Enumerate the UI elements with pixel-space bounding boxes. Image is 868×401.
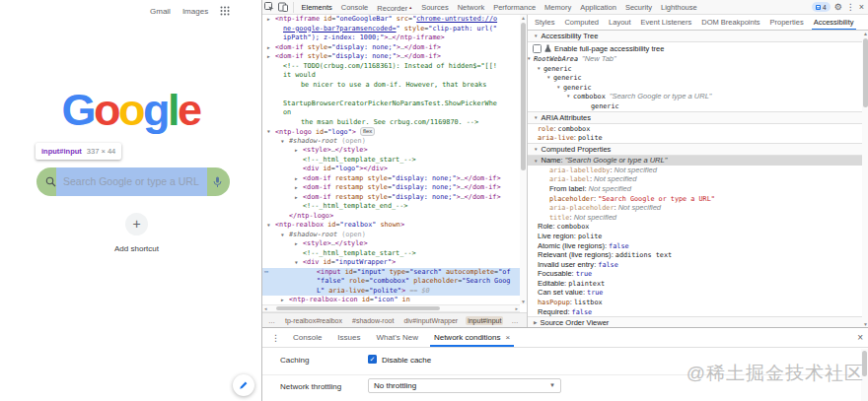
tab-elements[interactable]: Elements	[297, 0, 336, 14]
section-computed-properties[interactable]: ▼Computed Properties	[528, 143, 868, 156]
inspect-element-icon[interactable]	[262, 1, 276, 14]
expand-arrow-icon[interactable]: ▶	[267, 52, 270, 62]
code-line[interactable]: it would	[262, 71, 527, 81]
settings-gear-icon[interactable]: ⚙	[834, 2, 842, 12]
code-line[interactable]: ▼#shadow-root (open)	[262, 231, 527, 240]
enable-fullpage-a11y-checkbox[interactable]	[533, 44, 542, 53]
tab-console[interactable]: Console	[336, 0, 373, 14]
drawer-tab-issues[interactable]: Issues	[329, 328, 368, 347]
tab-memory[interactable]: Memory	[541, 0, 576, 14]
collapse-arrow-icon[interactable]: ▼	[566, 92, 570, 101]
code-line[interactable]: ne-google-bar?paramsencoded=" style="cli…	[262, 25, 527, 34]
more-options-icon[interactable]: ⋮	[846, 2, 855, 12]
code-line[interactable]: "false" role="combobox" placeholder="Sea…	[262, 277, 527, 287]
sidebar-tab-properties[interactable]: Properties	[764, 16, 808, 30]
breadcrumb-item[interactable]: div#inputWrapper	[401, 316, 460, 325]
a11y-tree-node[interactable]: ▼generic	[528, 73, 868, 83]
code-line[interactable]: ▶<dom-if restamp style="display: none;">…	[262, 183, 527, 193]
section-accessibility-tree[interactable]: ▼Accessibility Tree	[528, 31, 868, 42]
apps-grid-icon[interactable]	[220, 6, 230, 16]
breadcrumb-item[interactable]: tp-realbox#realbox	[283, 316, 344, 325]
sidebar-tab-dom-breakpoints[interactable]: DOM Breakpoints	[696, 16, 764, 30]
a11y-tree-node[interactable]: ▼generic	[528, 64, 868, 74]
computed-name-row[interactable]: ▼Name: "Search Google or type a URL"	[528, 156, 868, 166]
expand-arrow-icon[interactable]: ▶	[295, 146, 298, 156]
code-line[interactable]: ipPath"); z-index: 1000;">…</ntp-iframe>	[262, 33, 527, 43]
elements-vertical-scrollbar[interactable]: ▲ ▼	[520, 15, 527, 304]
breadcrumb-item[interactable]: input#input	[466, 316, 503, 325]
images-link[interactable]: Images	[182, 7, 208, 16]
tab-application[interactable]: Application	[576, 0, 621, 14]
sidebar-vertical-scrollbar[interactable]: ▲ ▼	[862, 31, 868, 327]
tab-performance[interactable]: Performance	[489, 0, 541, 14]
code-line[interactable]: <div id="logo"></div>	[262, 165, 527, 174]
collapse-arrow-icon[interactable]: ▼	[281, 137, 284, 147]
drawer-tab-console[interactable]: Console	[285, 328, 329, 347]
code-line[interactable]: ▶<dom-if style="display: none;">…</dom-i…	[262, 43, 527, 53]
collapse-arrow-icon[interactable]: ▼	[537, 64, 541, 74]
breadcrumb-item[interactable]: …	[509, 316, 520, 325]
code-line[interactable]: ▼<ntp-realbox id="realbox" shown>	[262, 221, 527, 231]
gmail-link[interactable]: Gmail	[150, 7, 171, 16]
code-line[interactable]: ▶<dom-if style="display: none;">…</dom-i…	[262, 52, 527, 62]
a11y-tree-node[interactable]: generic	[528, 101, 868, 111]
a11y-tree-node[interactable]: ▼combobox"Search Google or type a URL"	[528, 92, 868, 101]
tab-network[interactable]: Network	[453, 0, 489, 14]
drawer-more-options-icon[interactable]: ⋮	[266, 333, 285, 343]
collapse-arrow-icon[interactable]: ▼	[267, 221, 270, 231]
microphone-icon[interactable]	[213, 176, 222, 188]
code-line[interactable]	[262, 90, 527, 100]
tab-recorder[interactable]: Recorder▲	[373, 0, 417, 14]
code-line[interactable]: </ntp-logo>	[262, 212, 527, 222]
code-line[interactable]: ▶<style>…</style>	[262, 239, 527, 249]
sidebar-tab-layout[interactable]: Layout	[604, 16, 636, 30]
code-line[interactable]: ▶<dom-if restamp style="display: none;">…	[262, 193, 527, 203]
section-source-order-viewer[interactable]: ▶Source Order Viewer	[528, 316, 868, 327]
code-line[interactable]: the msan builder. See crbug.com/1169870.…	[262, 118, 527, 128]
collapse-arrow-icon[interactable]: ▼	[546, 73, 550, 83]
expand-arrow-icon[interactable]: ▶	[267, 43, 270, 53]
code-line[interactable]: ▶<dom-if restamp style="display: none;">…	[262, 174, 527, 184]
drawer-tab-what-s-new[interactable]: What's New	[368, 328, 425, 347]
drawer-close-icon[interactable]: ×	[857, 332, 863, 343]
code-line[interactable]: <!--_html_template_end_-->	[262, 202, 527, 212]
code-line[interactable]: ▼#shadow-root (open)	[262, 137, 527, 147]
expand-arrow-icon[interactable]: ▶	[295, 239, 298, 249]
expand-arrow-icon[interactable]: ▶	[267, 15, 270, 25]
expand-arrow-icon[interactable]: ▶	[281, 296, 284, 304]
code-line[interactable]: be nicer to use a dom-if. However, that …	[262, 81, 527, 91]
drawer-vertical-scrollbar[interactable]	[861, 349, 868, 401]
sidebar-tab-event-listeners[interactable]: Event Listeners	[636, 16, 697, 30]
collapse-arrow-icon[interactable]: ▼	[528, 54, 531, 64]
code-line[interactable]: L" aria-live="polite"> == $0	[262, 287, 527, 297]
section-aria-attributes[interactable]: ▼ARIA Attributes	[528, 111, 868, 124]
search-input[interactable]: Search Google or type a URL	[36, 167, 230, 196]
drawer-tab-network-conditions[interactable]: Network conditions×	[426, 328, 518, 347]
code-line[interactable]: StartupBrowserCreatorPickerNoParamsTest.…	[262, 100, 527, 109]
code-line[interactable]: <!-- TODO(crbug.com/1168361): Instead of…	[262, 62, 527, 72]
device-toolbar-icon[interactable]	[276, 1, 290, 14]
disable-cache-checkbox[interactable]: ✓	[368, 355, 377, 364]
sidebar-tab-computed[interactable]: Computed	[559, 16, 604, 30]
code-line[interactable]: on	[262, 108, 527, 118]
code-line[interactable]: <!--_html_template_start_-->	[262, 249, 527, 259]
feedback-pencil-button[interactable]	[233, 374, 254, 396]
close-devtools-icon[interactable]: ×	[859, 2, 864, 12]
tab-security[interactable]: Security	[620, 0, 656, 14]
a11y-tree-node[interactable]: ▼RootWebArea"New Tab"	[528, 54, 868, 64]
drawer-tab-close-icon[interactable]: ×	[506, 333, 511, 342]
elements-horizontal-scrollbar[interactable]: ◂ ▸	[262, 304, 520, 312]
tab-lighthouse[interactable]: Lighthouse	[656, 0, 701, 14]
expand-arrow-icon[interactable]: ▶	[295, 183, 298, 193]
collapse-arrow-icon[interactable]: ▼	[281, 231, 284, 240]
code-line[interactable]: <!--_html_template_start_-->	[262, 156, 527, 166]
code-line[interactable]: ▶<ntp-iframe id="oneGoogleBar" src="chro…	[262, 15, 527, 25]
collapse-arrow-icon[interactable]: ▼	[295, 258, 298, 268]
code-line[interactable]: ▶<style>…</style>	[262, 146, 527, 156]
code-line[interactable]: ⋯<input id="input" type="search" autocom…	[262, 268, 527, 278]
expand-arrow-icon[interactable]: ▶	[295, 193, 298, 203]
tab-sources[interactable]: Sources	[417, 0, 454, 14]
sidebar-tab-accessibility[interactable]: Accessibility	[809, 16, 859, 30]
breadcrumb-item[interactable]: …	[266, 316, 277, 325]
a11y-tree-node[interactable]: ▼generic	[528, 83, 868, 93]
